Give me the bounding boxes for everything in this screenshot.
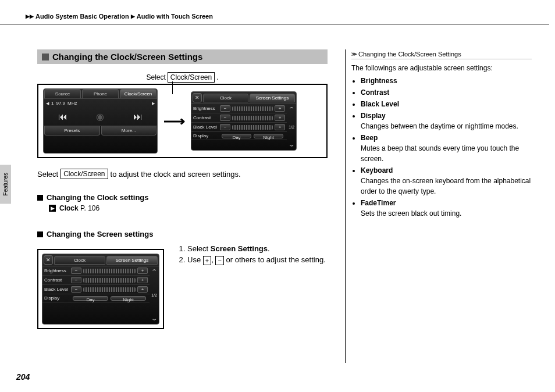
- list-item: Contrast: [361, 87, 532, 98]
- minus-button[interactable]: −: [220, 105, 230, 112]
- row-brightness: Brightness − +: [42, 266, 150, 276]
- step-2: Use +, − or others to adjust the setting…: [187, 255, 326, 265]
- more-button[interactable]: More...: [101, 126, 157, 136]
- tab-clock[interactable]: Clock: [54, 256, 105, 265]
- minus-button[interactable]: −: [71, 268, 81, 274]
- breadcrumb-arrow-icon: ▶▶: [26, 13, 34, 19]
- plus-button[interactable]: +: [275, 105, 285, 112]
- list-item: FadeTimerSets the screen black out timin…: [361, 198, 532, 219]
- tab-source[interactable]: Source: [44, 89, 81, 98]
- day-button[interactable]: Day: [222, 134, 251, 138]
- callout-suffix: .: [216, 73, 218, 81]
- breadcrumb-l2: Audio with Touch Screen: [137, 13, 213, 20]
- side-info: ≫ Changing the Clock/Screen Settings The…: [345, 49, 532, 363]
- callout-button: Clock/Screen: [168, 72, 215, 83]
- tab-clock[interactable]: Clock: [203, 94, 248, 102]
- plus-box: +: [203, 256, 211, 265]
- touchscreen-settings: ✕ Clock Screen Settings Brightness − +: [191, 91, 297, 151]
- slider[interactable]: [232, 116, 273, 120]
- clock-screen-button: Clock/Screen: [61, 169, 108, 179]
- page-indicator: 1/2: [151, 293, 157, 297]
- page-scroll: ︽ 1/2 ︾: [287, 104, 296, 149]
- touchscreen-home: Source Phone Clock/Screen ◀ 1 97.9 MHz ▶…: [43, 88, 158, 154]
- minus-box: −: [215, 256, 223, 265]
- row-display: Display Day Night: [191, 132, 287, 140]
- tune-right-icon[interactable]: ▶: [152, 101, 155, 106]
- next-track-icon[interactable]: ⏭: [133, 112, 143, 122]
- top-rule: [0, 24, 549, 24]
- close-icon[interactable]: ✕: [193, 93, 202, 102]
- scroll-up-icon[interactable]: ︽: [152, 266, 156, 272]
- minus-button[interactable]: −: [220, 124, 230, 130]
- slider[interactable]: [83, 278, 136, 283]
- chevron-icon: ≫: [351, 51, 357, 57]
- steps: Select Screen Settings. Use +, − or othe…: [177, 244, 326, 268]
- callout-prefix: Select: [146, 73, 165, 81]
- side-info-header: ≫ Changing the Clock/Screen Settings: [351, 49, 532, 59]
- radio-icon: ◉: [96, 111, 104, 122]
- plus-button[interactable]: +: [137, 268, 148, 274]
- minus-button[interactable]: −: [71, 286, 81, 293]
- close-icon[interactable]: ✕: [44, 255, 53, 265]
- night-button[interactable]: Night: [111, 296, 146, 301]
- day-button[interactable]: Day: [73, 296, 108, 301]
- row-black-level: Black Level − +: [191, 123, 287, 132]
- night-button[interactable]: Night: [254, 134, 283, 138]
- slider[interactable]: [83, 287, 136, 292]
- breadcrumb: ▶▶ Audio System Basic Operation ▶ Audio …: [26, 13, 213, 20]
- page-scroll: ︽ 1/2 ︾: [150, 266, 159, 323]
- tab-screen-settings[interactable]: Screen Settings: [250, 94, 295, 102]
- presets-button[interactable]: Presets: [44, 126, 100, 136]
- tab-screen-settings[interactable]: Screen Settings: [106, 256, 158, 265]
- row-contrast: Contrast − +: [42, 276, 150, 285]
- plus-button[interactable]: +: [275, 124, 285, 130]
- settings-list: Brightness Contrast Black Level DisplayC…: [351, 76, 532, 219]
- tab-phone[interactable]: Phone: [82, 89, 119, 98]
- side-info-intro: The followings are adjustable screen set…: [351, 63, 532, 73]
- row-contrast: Contrast − +: [191, 113, 287, 123]
- breadcrumb-arrow-icon: ▶: [131, 13, 135, 19]
- touchscreen-settings-repeat: ✕ Clock Screen Settings Brightness − +: [42, 254, 159, 325]
- side-tab-features: Features: [0, 165, 11, 204]
- breadcrumb-l1: Audio System Basic Operation: [35, 13, 129, 20]
- section-square-icon: [42, 54, 49, 60]
- screens-row: Source Phone Clock/Screen ◀ 1 97.9 MHz ▶…: [37, 84, 328, 158]
- list-item: DisplayChanges between the daytime or ni…: [361, 111, 532, 131]
- step-1: Select Screen Settings.: [187, 244, 326, 253]
- slider[interactable]: [232, 106, 273, 111]
- band: 1: [51, 101, 54, 106]
- callout-pointer-line: [172, 81, 173, 94]
- freq-unit: MHz: [67, 101, 77, 106]
- square-icon: [37, 195, 43, 201]
- xref-icon: ▶: [49, 205, 56, 212]
- prev-track-icon[interactable]: ⏮: [58, 112, 67, 122]
- section-title: Changing the Clock/Screen Settings: [52, 52, 202, 62]
- freq-value: 97.9: [56, 101, 65, 106]
- list-item: BeepMutes a beep that sounds every time …: [361, 133, 532, 164]
- intro-text: Select Clock/Screen to adjust the clock …: [37, 169, 328, 179]
- subhead-clock: Changing the Clock settings: [37, 193, 328, 202]
- subhead-screen: Changing the Screen settings: [37, 230, 328, 238]
- scroll-up-icon[interactable]: ︽: [290, 104, 294, 110]
- scroll-down-icon[interactable]: ︾: [290, 144, 294, 149]
- tab-clock-screen[interactable]: Clock/Screen: [120, 89, 156, 98]
- section-header: Changing the Clock/Screen Settings: [37, 49, 328, 64]
- slider[interactable]: [232, 125, 273, 130]
- row-brightness: Brightness − +: [191, 104, 287, 113]
- row-black-level: Black Level − +: [42, 285, 150, 294]
- row-display: Display Day Night: [42, 294, 150, 302]
- slider[interactable]: [83, 269, 136, 273]
- plus-button[interactable]: +: [137, 286, 148, 293]
- callout: Select Clock/Screen.: [37, 72, 328, 83]
- minus-button[interactable]: −: [220, 115, 230, 121]
- arrow-right-icon: ⟶: [163, 112, 185, 130]
- plus-button[interactable]: +: [137, 277, 148, 283]
- list-item: Black Level: [361, 99, 532, 109]
- square-icon: [37, 231, 43, 237]
- scroll-down-icon[interactable]: ︾: [152, 318, 156, 323]
- minus-button[interactable]: −: [71, 277, 81, 283]
- tune-left-icon[interactable]: ◀: [46, 101, 49, 106]
- list-item: Brightness: [361, 76, 532, 86]
- xref-clock: ▶ Clock P. 106: [49, 204, 328, 212]
- plus-button[interactable]: +: [275, 115, 285, 121]
